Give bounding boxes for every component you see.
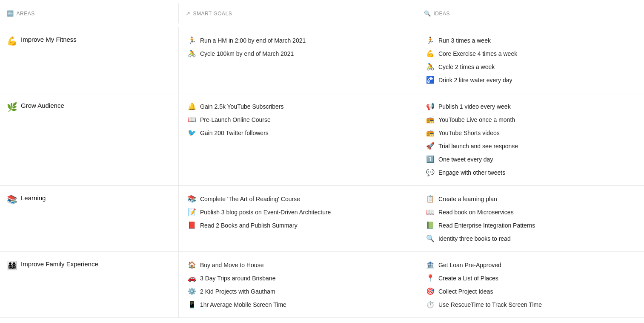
main-table: 🔤 Areas ↗ SMART GOALS 🔍 Ideas 💪 Improve … (0, 0, 644, 323)
goal-icon: 📖 (187, 115, 197, 124)
area-label: Improve Family Experience (21, 260, 98, 268)
idea-icon: 📋 (426, 195, 435, 203)
idea-text: Read book on Microservices (438, 209, 514, 216)
idea-text: YouToube Live once a month (438, 116, 515, 123)
list-item: 🔔 Gain 2.5k YouTube Subscribers (186, 100, 410, 112)
goal-text: Pre-Launch Online Course (200, 116, 271, 123)
idea-text: Trial launch and see response (438, 143, 518, 150)
idea-text: Create a List of Places (438, 275, 498, 282)
idea-text: Read Enterprise Integration Patterns (438, 222, 535, 229)
goal-icon: ⚙️ (187, 287, 197, 295)
goal-icon: 📝 (187, 208, 197, 216)
idea-icon: 📗 (426, 221, 435, 229)
idea-icon: 📍 (426, 274, 435, 282)
table-row: 🌿 Grow Audience 🔔 Gain 2.5k YouTube Subs… (0, 93, 644, 186)
area-icon: 📚 (7, 194, 17, 205)
list-item: 📕 Read 2 Books and Publish Summary (186, 219, 410, 231)
list-item: 🚴 Cycle 2 times a week (424, 61, 637, 73)
goal-text: Read 2 Books and Publish Summary (200, 222, 298, 229)
list-item: 📚 Complete 'The Art of Reading' Course (186, 193, 410, 205)
idea-icon: 🏦 (426, 261, 435, 269)
list-item: 🐦 Gain 200 Twitter followers (186, 127, 410, 139)
list-item: 🔍 Identity three books to read (424, 232, 637, 245)
list-item: 💬 Engage with other tweets (424, 166, 637, 179)
idea-icon: 🏃 (426, 36, 435, 44)
goals-cell-0: 🏃 Run a HM in 2:00 by end of March 2021 … (179, 27, 417, 93)
list-item: 📋 Create a learning plan (424, 193, 637, 205)
header-ideas: 🔍 Ideas (417, 3, 644, 23)
list-item: 🏦 Get Loan Pre-Approved (424, 259, 637, 271)
list-item: 🏠 Buy and Move to House (186, 259, 410, 271)
idea-text: One tweet every day (438, 156, 493, 163)
ideas-cell-0: 🏃 Run 3 times a week 💪 Core Exercise 4 t… (417, 27, 644, 93)
table-header: 🔤 Areas ↗ SMART GOALS 🔍 Ideas (0, 0, 644, 27)
goal-icon: 🏠 (187, 261, 197, 269)
goal-icon: 📚 (187, 195, 197, 203)
goal-text: Publish 3 blog posts on Event-Driven Arc… (200, 209, 331, 216)
goals-cell-3: 🏠 Buy and Move to House 🚗 3 Day Trips ar… (179, 252, 417, 317)
list-item: 🚀 Trial launch and see response (424, 140, 637, 152)
idea-text: Collect Project Ideas (438, 288, 493, 295)
idea-text: Run 3 times a week (438, 37, 491, 44)
idea-icon: 📻 (426, 115, 435, 124)
idea-icon: ⏱️ (426, 300, 435, 309)
table-body: 💪 Improve My Fitness 🏃 Run a HM in 2:00 … (0, 27, 644, 318)
ideas-cell-2: 📋 Create a learning plan 📖 Read book on … (417, 186, 644, 251)
list-item: 📗 Read Enterprise Integration Patterns (424, 219, 637, 231)
smart-goals-header-icon: ↗ (186, 10, 191, 17)
idea-icon: 💪 (426, 49, 435, 58)
list-item: ⏱️ Use RescueTime to Track Screen Time (424, 298, 637, 311)
list-item: 💪 Core Exercise 4 times a week (424, 47, 637, 60)
goals-cell-1: 🔔 Gain 2.5k YouTube Subscribers 📖 Pre-La… (179, 93, 417, 185)
goal-text: Buy and Move to House (200, 262, 263, 268)
area-cell-3: 👨‍👩‍👧‍👦 Improve Family Experience (0, 252, 179, 317)
goal-text: Run a HM in 2:00 by end of March 2021 (200, 37, 306, 44)
idea-icon: 💬 (426, 168, 435, 176)
goal-text: Gain 2.5k YouTube Subscribers (200, 103, 283, 110)
goal-text: Complete 'The Art of Reading' Course (200, 196, 300, 202)
idea-icon: 🚰 (426, 76, 435, 84)
area-icon: 👨‍👩‍👧‍👦 (7, 260, 17, 271)
goal-text: 1hr Average Mobile Screen Time (200, 301, 286, 308)
idea-text: Cycle 2 times a week (438, 63, 495, 70)
list-item: 📖 Pre-Launch Online Course (186, 113, 410, 126)
ideas-header-icon: 🔍 (424, 10, 431, 17)
idea-text: Get Loan Pre-Approved (438, 262, 501, 268)
idea-text: Publish 1 video every week (438, 103, 511, 110)
header-areas-label: Areas (17, 11, 35, 17)
list-item: 📢 Publish 1 video every week (424, 100, 637, 112)
goal-icon: 🏃 (187, 36, 197, 44)
area-icon: 🌿 (7, 102, 17, 112)
goal-text: Gain 200 Twitter followers (200, 130, 269, 136)
goal-icon: 🐦 (187, 129, 197, 137)
idea-text: Use RescueTime to Track Screen Time (438, 301, 542, 308)
idea-icon: 1️⃣ (426, 155, 435, 163)
area-cell-2: 📚 Learning (0, 186, 179, 251)
idea-icon: 📻 (426, 129, 435, 137)
area-label: Grow Audience (21, 102, 64, 109)
list-item: ⚙️ 2 Kid Projects with Gautham (186, 285, 410, 297)
list-item: 🚴 Cycle 100km by end of March 2021 (186, 47, 410, 60)
list-item: 📻 YouToube Live once a month (424, 113, 637, 126)
ideas-cell-3: 🏦 Get Loan Pre-Approved 📍 Create a List … (417, 252, 644, 317)
list-item: 1️⃣ One tweet every day (424, 153, 637, 165)
ideas-cell-1: 📢 Publish 1 video every week 📻 YouToube … (417, 93, 644, 185)
idea-text: Drink 2 litre water every day (438, 77, 512, 84)
goal-icon: 📱 (187, 300, 197, 309)
area-cell-1: 🌿 Grow Audience (0, 93, 179, 185)
table-row: 👨‍👩‍👧‍👦 Improve Family Experience 🏠 Buy … (0, 252, 644, 318)
goal-icon: 🚗 (187, 274, 197, 282)
idea-icon: 🚴 (426, 63, 435, 71)
header-smart-goals: ↗ SMART GOALS (179, 3, 417, 23)
header-areas: 🔤 Areas (0, 3, 179, 23)
goals-cell-2: 📚 Complete 'The Art of Reading' Course 📝… (179, 186, 417, 251)
list-item: 📻 YouTube Shorts videos (424, 127, 637, 139)
goal-text: 2 Kid Projects with Gautham (200, 288, 275, 295)
list-item: 🚗 3 Day Trips around Brisbane (186, 272, 410, 284)
areas-header-icon: 🔤 (7, 10, 14, 17)
area-label: Learning (21, 194, 46, 202)
list-item: 📍 Create a List of Places (424, 272, 637, 284)
idea-icon: 🔍 (426, 234, 435, 242)
goal-text: 3 Day Trips around Brisbane (200, 275, 275, 282)
idea-text: Create a learning plan (438, 196, 497, 202)
